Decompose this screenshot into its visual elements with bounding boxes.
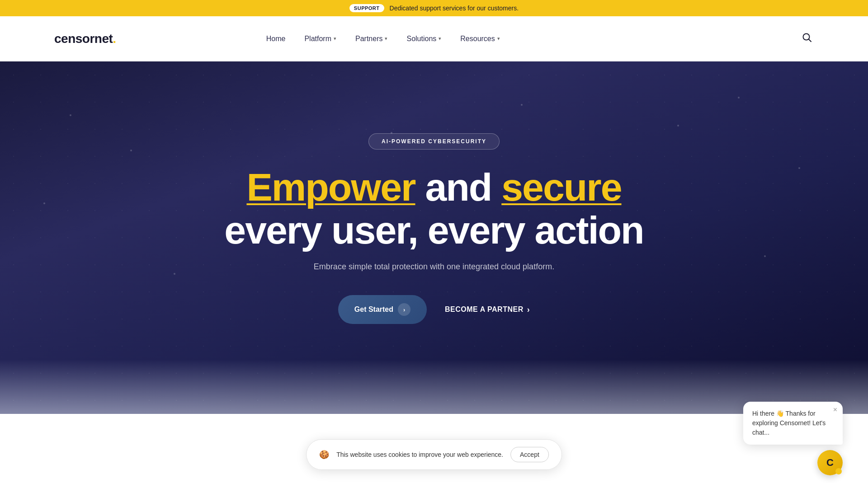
svg-line-1 <box>808 39 811 42</box>
chevron-down-icon: ▾ <box>497 36 500 42</box>
cookie-accept-button[interactable]: Accept <box>510 447 549 462</box>
cookie-banner: 🍪 This website uses cookies to improve y… <box>306 439 562 470</box>
chat-avatar[interactable]: C <box>817 450 843 475</box>
nav-item-resources[interactable]: Resources ▾ <box>460 35 500 43</box>
nav-link-home[interactable]: Home <box>266 35 286 43</box>
hero-section: AI-POWERED CYBERSECURITY Empower and sec… <box>0 61 868 414</box>
support-badge: SUPPORT <box>349 4 384 12</box>
search-button[interactable] <box>800 31 814 47</box>
hero-headline-line2: every user, every action <box>224 209 643 252</box>
nav-item-partners[interactable]: Partners ▾ <box>355 35 387 43</box>
deco-dot <box>677 125 679 127</box>
nav-link-platform[interactable]: Platform ▾ <box>304 35 336 43</box>
deco-dot <box>798 167 800 169</box>
chevron-down-icon: ▾ <box>385 36 387 42</box>
chat-widget: Hi there 👋 Thanks for exploring Censorne… <box>743 402 843 475</box>
hero-badge: AI-POWERED CYBERSECURITY <box>368 133 500 150</box>
nav-link-resources[interactable]: Resources ▾ <box>460 35 500 43</box>
become-partner-label: BECOME A PARTNER <box>445 305 524 314</box>
deco-dot <box>764 255 766 257</box>
deco-dot <box>174 273 175 275</box>
cookie-text: This website uses cookies to improve you… <box>336 451 503 458</box>
logo-dot: . <box>113 32 116 46</box>
hero-cta: Get Started › BECOME A PARTNER › <box>338 295 530 324</box>
hero-bottom-gradient <box>0 360 868 414</box>
hero-subtext: Embrace simple total protection with one… <box>314 262 554 272</box>
chat-close-button[interactable]: × <box>833 406 837 413</box>
hero-headline: Empower and secure every user, every act… <box>224 166 643 251</box>
chevron-down-icon: ▾ <box>439 36 441 42</box>
hero-highlight-secure: secure <box>501 165 621 209</box>
nav-item-solutions[interactable]: Solutions ▾ <box>406 35 441 43</box>
hero-headline-line1: Empower and secure <box>224 166 643 209</box>
navbar: censornet. Home Platform ▾ Partners ▾ So… <box>0 16 868 61</box>
announcement-bar: SUPPORT Dedicated support services for o… <box>0 0 868 16</box>
become-partner-button[interactable]: BECOME A PARTNER › <box>445 305 530 314</box>
nav-link-partners[interactable]: Partners ▾ <box>355 35 387 43</box>
deco-dot <box>738 97 740 99</box>
deco-dot <box>43 202 45 204</box>
arrow-icon: › <box>398 303 410 316</box>
chat-bubble-text: Hi there 👋 Thanks for exploring Censorne… <box>752 410 826 436</box>
chat-status-dot <box>835 468 842 474</box>
search-icon <box>802 33 812 42</box>
announcement-text: Dedicated support services for our custo… <box>390 5 519 12</box>
chevron-down-icon: ▾ <box>334 36 336 42</box>
nav-item-home[interactable]: Home <box>266 35 286 43</box>
cookie-icon: 🍪 <box>319 450 329 460</box>
chat-bubble: Hi there 👋 Thanks for exploring Censorne… <box>743 402 843 445</box>
chevron-right-icon: › <box>527 305 530 314</box>
deco-dot <box>521 104 523 106</box>
deco-dot <box>70 114 71 116</box>
chat-avatar-letter: C <box>826 457 834 469</box>
nav-link-solutions[interactable]: Solutions ▾ <box>406 35 441 43</box>
get-started-label: Get Started <box>354 305 393 314</box>
logo[interactable]: censornet. <box>54 32 116 46</box>
nav-menu: Home Platform ▾ Partners ▾ Solutions ▾ R… <box>266 35 500 43</box>
logo-text: censornet <box>54 32 113 46</box>
get-started-button[interactable]: Get Started › <box>338 295 427 324</box>
nav-item-platform[interactable]: Platform ▾ <box>304 35 336 43</box>
hero-highlight-empower: Empower <box>246 165 415 209</box>
deco-dot <box>130 150 132 151</box>
